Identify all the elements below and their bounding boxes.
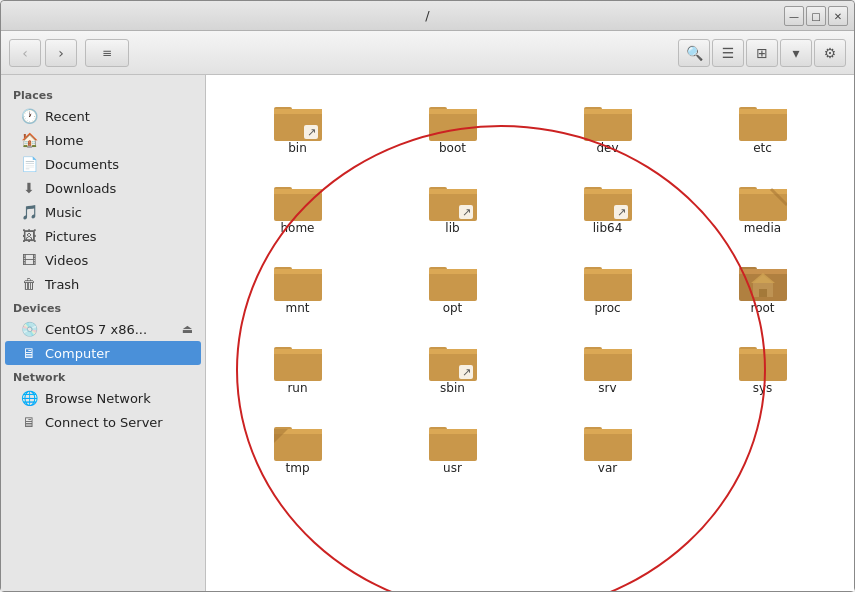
sidebar-item-connect-server[interactable]: 🖥 Connect to Server — [5, 410, 201, 434]
sidebar-item-pictures[interactable]: 🖼 Pictures — [5, 224, 201, 248]
file-item-dev[interactable]: dev — [532, 91, 683, 163]
settings-button[interactable]: ⚙ — [814, 39, 846, 67]
file-item-srv[interactable]: srv — [532, 331, 683, 403]
location-button[interactable]: ≡ — [85, 39, 129, 67]
mnt-folder-icon — [274, 259, 322, 301]
sidebar-item-downloads[interactable]: ⬇ Downloads — [5, 176, 201, 200]
sidebar-label-pictures: Pictures — [45, 229, 96, 244]
close-button[interactable]: ✕ — [828, 6, 848, 26]
svg-rect-70 — [584, 429, 632, 434]
sort-icon: ▾ — [792, 45, 799, 61]
list-view-icon: ☰ — [722, 45, 735, 61]
file-item-etc[interactable]: etc — [687, 91, 838, 163]
sidebar-item-centos[interactable]: 💿 CentOS 7 x86... ⏏ — [5, 317, 201, 341]
sbin-label: sbin — [440, 381, 465, 395]
svg-text:↗: ↗ — [307, 126, 316, 139]
sidebar-label-trash: Trash — [45, 277, 79, 292]
svg-rect-57 — [584, 349, 632, 354]
file-item-home[interactable]: home — [222, 171, 373, 243]
list-view-button[interactable]: ☰ — [712, 39, 744, 67]
grid-view-button[interactable]: ⊞ — [746, 39, 778, 67]
svg-rect-37 — [429, 269, 477, 274]
sidebar-item-computer[interactable]: 🖥 Computer — [5, 341, 201, 365]
svg-text:↗: ↗ — [617, 206, 626, 219]
file-item-mnt[interactable]: mnt — [222, 251, 373, 323]
location-icon: ≡ — [102, 46, 112, 60]
devices-header: Devices — [1, 296, 205, 317]
etc-label: etc — [753, 141, 772, 155]
file-area: ↗ bin boot — [206, 75, 854, 591]
bin-folder-icon: ↗ — [274, 99, 322, 141]
sidebar-item-music[interactable]: 🎵 Music — [5, 200, 201, 224]
centos-icon: 💿 — [21, 321, 37, 337]
svg-rect-11 — [584, 109, 632, 114]
back-button[interactable]: ‹ — [9, 39, 41, 67]
forward-button[interactable]: › — [45, 39, 77, 67]
boot-label: boot — [439, 141, 466, 155]
svg-rect-34 — [274, 269, 322, 274]
minimize-button[interactable]: — — [784, 6, 804, 26]
file-item-proc[interactable]: proc — [532, 251, 683, 323]
forward-icon: › — [58, 45, 64, 61]
svg-rect-60 — [739, 349, 787, 354]
file-item-sbin[interactable]: ↗ sbin — [377, 331, 528, 403]
home-label: home — [280, 221, 314, 235]
tmp-folder-icon — [274, 419, 322, 461]
etc-folder-icon — [739, 99, 787, 141]
svg-rect-30 — [739, 189, 787, 194]
lib64-folder-icon: ↗ — [584, 179, 632, 221]
file-item-bin[interactable]: ↗ bin — [222, 91, 373, 163]
file-item-opt[interactable]: opt — [377, 251, 528, 323]
window: / — □ ✕ ‹ › ≡ 🔍 ☰ ⊞ ▾ — [0, 0, 855, 592]
file-item-lib64[interactable]: ↗ lib64 — [532, 171, 683, 243]
back-icon: ‹ — [22, 45, 28, 61]
sidebar-item-videos[interactable]: 🎞 Videos — [5, 248, 201, 272]
opt-label: opt — [443, 301, 463, 315]
lib64-label: lib64 — [593, 221, 623, 235]
sidebar-item-browse-network[interactable]: 🌐 Browse Network — [5, 386, 201, 410]
file-item-tmp[interactable]: tmp — [222, 411, 373, 483]
sidebar-item-recent[interactable]: 🕐 Recent — [5, 104, 201, 128]
recent-icon: 🕐 — [21, 108, 37, 124]
sidebar-label-browse-network: Browse Network — [45, 391, 151, 406]
file-item-var[interactable]: var — [532, 411, 683, 483]
sys-label: sys — [753, 381, 773, 395]
sidebar-label-music: Music — [45, 205, 82, 220]
file-item-boot[interactable]: boot — [377, 91, 528, 163]
sidebar-item-documents[interactable]: 📄 Documents — [5, 152, 201, 176]
window-controls: — □ ✕ — [784, 6, 848, 26]
pictures-icon: 🖼 — [21, 228, 37, 244]
file-item-lib[interactable]: ↗ lib — [377, 171, 528, 243]
svg-text:↗: ↗ — [462, 366, 471, 379]
var-folder-icon — [584, 419, 632, 461]
sidebar-label-downloads: Downloads — [45, 181, 116, 196]
connect-server-icon: 🖥 — [21, 414, 37, 430]
svg-rect-49 — [274, 349, 322, 354]
sidebar-item-home[interactable]: 🏠 Home — [5, 128, 201, 152]
places-header: Places — [1, 83, 205, 104]
proc-label: proc — [594, 301, 620, 315]
media-label: media — [744, 221, 781, 235]
svg-text:↗: ↗ — [462, 206, 471, 219]
lib-folder-icon: ↗ — [429, 179, 477, 221]
eject-icon[interactable]: ⏏ — [182, 322, 193, 336]
search-button[interactable]: 🔍 — [678, 39, 710, 67]
svg-rect-17 — [274, 189, 322, 194]
file-item-sys[interactable]: sys — [687, 331, 838, 403]
svg-rect-40 — [584, 269, 632, 274]
opt-folder-icon — [429, 259, 477, 301]
file-item-run[interactable]: run — [222, 331, 373, 403]
file-item-root[interactable]: root — [687, 251, 838, 323]
svg-rect-8 — [429, 109, 477, 114]
file-item-media[interactable]: media — [687, 171, 838, 243]
svg-rect-14 — [739, 109, 787, 114]
sort-button[interactable]: ▾ — [780, 39, 812, 67]
file-item-usr[interactable]: usr — [377, 411, 528, 483]
sidebar-label-centos: CentOS 7 x86... — [45, 322, 147, 337]
settings-icon: ⚙ — [824, 45, 837, 61]
dev-label: dev — [596, 141, 618, 155]
usr-label: usr — [443, 461, 462, 475]
sidebar-item-trash[interactable]: 🗑 Trash — [5, 272, 201, 296]
maximize-button[interactable]: □ — [806, 6, 826, 26]
lib-label: lib — [445, 221, 459, 235]
